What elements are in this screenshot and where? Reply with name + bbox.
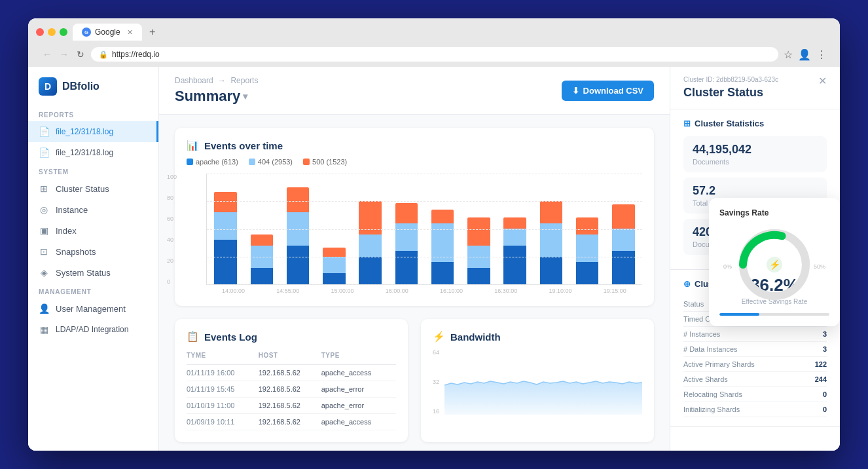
- browser-tab[interactable]: G Google ✕: [73, 24, 142, 41]
- back-button[interactable]: ←: [41, 48, 53, 61]
- bar-group-2: [282, 173, 314, 284]
- sidebar-item-file2[interactable]: 📄 file_12/31/18.log: [28, 142, 158, 163]
- bar-darkblue: [467, 268, 490, 285]
- cell-type: apache_error: [321, 398, 396, 414]
- bandwidth-icon: ⚡: [433, 331, 445, 343]
- system-status-label: System Status: [56, 268, 111, 278]
- sidebar-item-snapshots[interactable]: ⊡ Snapshots: [28, 241, 158, 262]
- refresh-button[interactable]: ↻: [75, 48, 86, 61]
- legend-404: 404 (2953): [249, 158, 293, 166]
- bar-orange: [467, 217, 490, 246]
- health-icon: ⊕: [683, 279, 691, 289]
- bandwidth-title-text: Bandwidth: [450, 331, 501, 343]
- bar-darkblue: [359, 257, 381, 285]
- new-tab-button[interactable]: +: [145, 24, 160, 40]
- system-status-icon: ◈: [39, 267, 49, 278]
- sidebar-item-instance[interactable]: ◎ Instance: [28, 199, 158, 220]
- donut-label-left: 0%: [723, 263, 732, 270]
- menu-button[interactable]: ⋮: [816, 48, 827, 61]
- logo-icon: D: [39, 77, 57, 96]
- minimize-dot[interactable]: [48, 28, 56, 36]
- health-row: # Data Instances 3: [683, 342, 827, 357]
- lock-icon: 🔒: [99, 50, 108, 59]
- svg-text:G: G: [84, 29, 88, 35]
- ldap-label: LDAP/AD Integration: [56, 325, 128, 334]
- health-value: 3: [823, 330, 827, 338]
- bar-group-7: [463, 173, 495, 284]
- health-label: Active Shards: [683, 375, 728, 383]
- cluster-statistics-title: ⊞ Cluster Statistics: [683, 119, 827, 128]
- download-icon: ⬇: [572, 86, 579, 96]
- cluster-panel-close[interactable]: ✕: [818, 76, 827, 86]
- maximize-dot[interactable]: [60, 28, 67, 36]
- browser-window: G Google ✕ + ← → ↻ 🔒 https://redq.io ☆ 👤…: [28, 18, 840, 451]
- tab-close-button[interactable]: ✕: [127, 28, 133, 37]
- reports-section-label: REPORTS: [28, 106, 158, 121]
- cell-host: 192.168.5.62: [259, 381, 321, 398]
- bar-orange: [612, 204, 634, 229]
- cluster-status-label: Cluster Status: [56, 184, 109, 194]
- legend-dot-500: [303, 159, 310, 165]
- file-icon-2: 📄: [39, 147, 49, 158]
- bar-lightblue: [540, 223, 562, 257]
- forward-button[interactable]: →: [58, 48, 70, 61]
- bar-lightblue: [503, 229, 526, 246]
- url-text: https://redq.io: [112, 50, 160, 59]
- bar-lightblue: [251, 246, 273, 268]
- title-dropdown-arrow[interactable]: ▾: [243, 91, 247, 102]
- bar-group-9: [535, 173, 567, 284]
- health-row: Initializing Shards 0: [683, 402, 827, 417]
- grid-line: [207, 284, 642, 285]
- chart-icon: 📊: [187, 140, 199, 151]
- bar-orange: [576, 217, 598, 235]
- health-label: Status: [683, 300, 704, 308]
- table-row: 01/09/19 10:11 192.168.5.62 apache_acces…: [187, 414, 396, 430]
- star-button[interactable]: ☆: [784, 48, 793, 61]
- app-body: D DBfolio REPORTS 📄 file_12/31/18.log 📄 …: [28, 67, 840, 451]
- download-csv-button[interactable]: ⬇ Download CSV: [562, 81, 654, 101]
- bar-group-3: [318, 173, 350, 284]
- col-type: TYPE: [321, 349, 396, 365]
- sidebar-item-index[interactable]: ▣ Index: [28, 220, 158, 241]
- sidebar-item-system-status[interactable]: ◈ System Status: [28, 262, 158, 283]
- user-mgmt-label: User Management: [56, 304, 126, 314]
- tab-bar: G Google ✕ +: [73, 24, 160, 41]
- address-bar[interactable]: 🔒 https://redq.io: [91, 47, 778, 62]
- statistics-icon: ⊞: [683, 119, 691, 128]
- sidebar-item-ldap[interactable]: ▦ LDAP/AD Integration: [28, 319, 158, 340]
- management-section-label: MANAGEMENT: [28, 283, 158, 298]
- tab-title: Google: [95, 28, 120, 37]
- events-over-time-card: 📊 Events over time apache (613) 404 (295…: [175, 128, 654, 306]
- bar-orange: [431, 210, 454, 223]
- log-icon: 📋: [187, 331, 199, 343]
- cluster-title: Cluster Status: [683, 86, 778, 100]
- index-label: Index: [56, 226, 77, 236]
- close-dot[interactable]: [36, 28, 44, 36]
- savings-progress-bar: [719, 313, 829, 316]
- cluster-header-info: Cluster ID: 2dbb8219-50a3-623c Cluster S…: [683, 76, 778, 100]
- bar-orange: [214, 192, 236, 212]
- bar-darkblue: [540, 257, 562, 285]
- cluster-id: Cluster ID: 2dbb8219-50a3-623c: [683, 76, 778, 83]
- sidebar-item-file1[interactable]: 📄 file_12/31/18.log: [28, 121, 158, 142]
- sidebar-item-user-mgmt[interactable]: 👤 User Management: [28, 298, 158, 319]
- col-host: HOST: [259, 349, 321, 365]
- col-tyme: TYME: [187, 349, 259, 365]
- instance-label: Instance: [56, 205, 88, 215]
- bar-group-6: [427, 173, 459, 284]
- bar-lightblue: [431, 223, 454, 263]
- stat-size-value: 57.2: [693, 184, 818, 198]
- breadcrumb: Dashboard → Reports: [175, 76, 258, 85]
- account-button[interactable]: 👤: [798, 48, 811, 61]
- ldap-icon: ▦: [39, 324, 49, 335]
- sidebar-item-cluster-status[interactable]: ⊞ Cluster Status: [28, 178, 158, 199]
- header-left: Dashboard → Reports Summary ▾: [175, 76, 258, 105]
- legend-label-apache: apache (613): [196, 158, 238, 166]
- address-bar-row: ← → ↻ 🔒 https://redq.io ☆ 👤 ⋮: [36, 47, 832, 67]
- x-labels: 14:00:00 14:55:00 15:00:00 16:00:00 16:1…: [206, 288, 642, 294]
- bar-lightblue: [287, 212, 309, 246]
- bottom-grid: 📋 Events Log TYME HOST TYPE: [175, 319, 654, 442]
- health-row: Active Shards 244: [683, 372, 827, 387]
- bar-darkblue: [251, 268, 273, 285]
- stat-documents-value: 44,195,042: [693, 143, 818, 157]
